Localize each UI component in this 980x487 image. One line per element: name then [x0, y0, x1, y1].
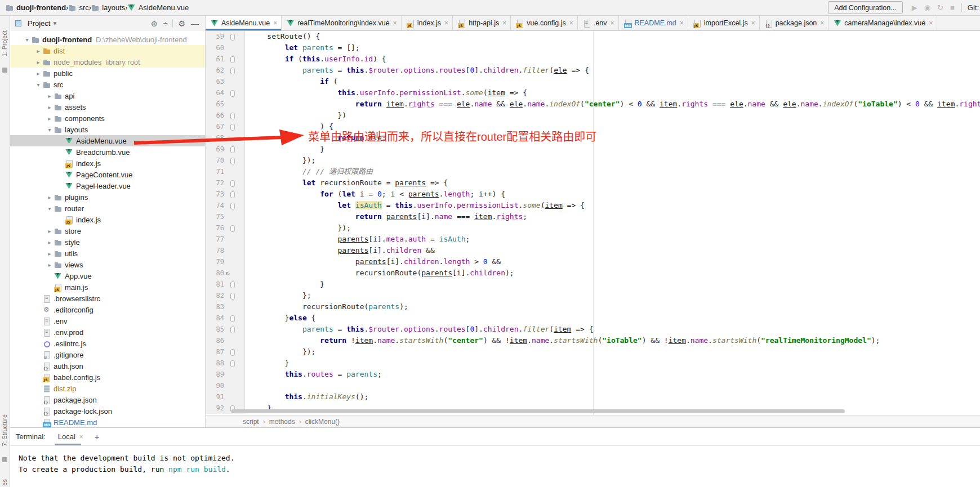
editor-gutter[interactable]: 82 [206, 290, 245, 301]
chevron-expanded-icon[interactable]: ▾ [45, 205, 54, 212]
fold-marker-icon[interactable] [230, 315, 235, 322]
tree-item-PageHeader.vue[interactable]: PageHeader.vue [10, 180, 205, 191]
editor-gutter[interactable]: 89 [206, 369, 245, 380]
toolwindow-button-partial[interactable]: es [1, 479, 8, 486]
breadcrumb-item[interactable]: clickMenu() [305, 418, 340, 426]
tree-item-router[interactable]: ▾router [10, 203, 205, 214]
tree-item-store[interactable]: ▸store [10, 225, 205, 236]
fold-marker-icon[interactable] [230, 349, 235, 356]
tab-close-icon[interactable]: × [929, 19, 933, 27]
editor-gutter[interactable]: 90 [206, 380, 245, 391]
editor-tab-cameraManage-index.vue[interactable]: cameraManage\index.vue× [828, 16, 937, 30]
tree-item-auth.json[interactable]: auth.json [10, 360, 205, 372]
chevron-collapsed-icon[interactable]: ▸ [34, 59, 43, 65]
stop-icon[interactable]: ■ [950, 3, 955, 12]
editor-gutter[interactable]: 69 [206, 144, 245, 155]
breadcrumb-item[interactable]: methods [269, 418, 295, 426]
editor-gutter[interactable]: 85 [206, 324, 245, 335]
tab-close-icon[interactable]: × [610, 19, 614, 27]
tree-item-Breadcrumb.vue[interactable]: Breadcrumb.vue [10, 146, 205, 158]
fold-marker-icon[interactable] [230, 56, 235, 63]
breadcrumb-item[interactable]: layouts [91, 3, 125, 12]
tree-item-style[interactable]: ▸style [10, 236, 205, 248]
editor-gutter[interactable]: 73 [206, 189, 245, 200]
fold-marker-icon[interactable] [230, 327, 235, 333]
editor-gutter[interactable]: 63 [206, 76, 245, 87]
breadcrumb-item[interactable]: src [68, 3, 88, 12]
fold-marker-icon[interactable] [230, 158, 235, 164]
editor-gutter[interactable]: 76 [206, 222, 245, 234]
toolwindow-icon[interactable] [2, 457, 7, 462]
tree-item-dist[interactable]: ▸dist [10, 45, 205, 56]
chevron-collapsed-icon[interactable]: ▸ [45, 93, 54, 99]
editor-gutter[interactable]: 61 [206, 53, 245, 65]
fold-marker-icon[interactable] [230, 180, 235, 187]
settings-icon[interactable]: ⚙ [178, 19, 185, 28]
chevron-collapsed-icon[interactable]: ▸ [45, 194, 54, 200]
editor-gutter[interactable]: 81 [206, 279, 245, 290]
tree-item-package.json[interactable]: package.json [10, 394, 205, 405]
new-terminal-button[interactable]: + [95, 432, 100, 441]
run-icon[interactable]: ▶ [912, 3, 917, 12]
editor-gutter[interactable]: 83 [206, 301, 245, 312]
tree-item-api[interactable]: ▸api [10, 90, 205, 101]
structure-toolwindow-button[interactable]: 7: Structure [1, 414, 8, 446]
breadcrumb-item[interactable]: duoji-frontend [6, 3, 66, 12]
tab-close-icon[interactable]: × [502, 19, 506, 27]
tree-item-README.md[interactable]: README.md [10, 417, 205, 427]
editor-gutter[interactable]: 70 [206, 155, 245, 166]
tree-item-.env[interactable]: .env [10, 315, 205, 327]
tree-item-layouts[interactable]: ▾layouts [10, 124, 205, 135]
editor-gutter[interactable]: 62 [206, 65, 245, 76]
fold-marker-icon[interactable] [230, 146, 235, 153]
tree-item-utils[interactable]: ▸utils [10, 248, 205, 259]
editor-gutter[interactable]: 68 [206, 132, 245, 144]
tree-item-node_modules[interactable]: ▸node_moduleslibrary root [10, 56, 205, 68]
tree-item-index.js[interactable]: index.js [10, 158, 205, 169]
tree-item-.gitignore[interactable]: .gitignore [10, 349, 205, 360]
tree-item-index.js[interactable]: index.js [10, 214, 205, 225]
chevron-collapsed-icon[interactable]: ▸ [45, 262, 54, 268]
tree-item-babel.config.js[interactable]: babel.config.js [10, 372, 205, 383]
editor-gutter[interactable]: 86 [206, 335, 245, 346]
tree-item-src[interactable]: ▾src [10, 79, 205, 90]
tree-item-plugins[interactable]: ▸plugins [10, 191, 205, 203]
fold-marker-icon[interactable] [230, 282, 235, 288]
tab-close-icon[interactable]: × [273, 19, 277, 27]
editor-gutter[interactable]: 59 [206, 31, 245, 42]
editor-tab-.env[interactable]: .env× [578, 16, 619, 30]
tree-item-main.js[interactable]: main.js [10, 282, 205, 293]
editor-gutter[interactable]: 71 [206, 166, 245, 177]
editor-gutter[interactable]: 84 [206, 312, 245, 324]
code-area[interactable]: 59 setRoute() {60 let parents = [];61 if… [206, 31, 980, 415]
tree-item-assets[interactable]: ▸assets [10, 101, 205, 113]
editor-tab-index.js[interactable]: index.js× [402, 16, 453, 30]
horizontal-scrollbar[interactable] [231, 409, 845, 413]
tab-close-icon[interactable]: × [569, 19, 573, 27]
editor-gutter[interactable]: 88 [206, 358, 245, 369]
tree-item-views[interactable]: ▸views [10, 259, 205, 270]
add-configuration-button[interactable]: Add Configuration... [828, 1, 903, 14]
collapse-all-icon[interactable]: ÷ [163, 19, 168, 28]
chevron-collapsed-icon[interactable]: ▸ [45, 115, 54, 122]
tree-item-AsideMenu.vue[interactable]: AsideMenu.vue [10, 135, 205, 146]
editor-gutter[interactable]: 60 [206, 42, 245, 53]
editor-gutter[interactable]: 91 [206, 391, 245, 403]
fold-marker-icon[interactable] [230, 360, 235, 367]
fold-marker-icon[interactable] [230, 225, 235, 232]
editor-tab-importExcel.js[interactable]: importExcel.js× [688, 16, 760, 30]
locate-icon[interactable]: ⊕ [151, 19, 158, 28]
fold-marker-icon[interactable] [230, 191, 235, 198]
chevron-collapsed-icon[interactable]: ▸ [45, 104, 54, 110]
tree-item-duoji-frontend[interactable]: ▾duoji-frontendD:\zheheWeb\duoji-fronten… [10, 34, 205, 45]
breadcrumb-item[interactable]: AsideMenu.vue [128, 3, 189, 12]
fold-marker-icon[interactable] [230, 34, 235, 41]
breadcrumb-item[interactable]: script [243, 418, 259, 426]
chevron-expanded-icon[interactable]: ▾ [23, 37, 32, 43]
editor-gutter[interactable]: 67 [206, 121, 245, 132]
tree-item-package-lock.json[interactable]: package-lock.json [10, 405, 205, 417]
chevron-collapsed-icon[interactable]: ▸ [45, 228, 54, 234]
terminal-tab-local[interactable]: Local × [56, 428, 86, 445]
chevron-collapsed-icon[interactable]: ▸ [34, 48, 43, 54]
editor-gutter[interactable]: 79 [206, 256, 245, 267]
